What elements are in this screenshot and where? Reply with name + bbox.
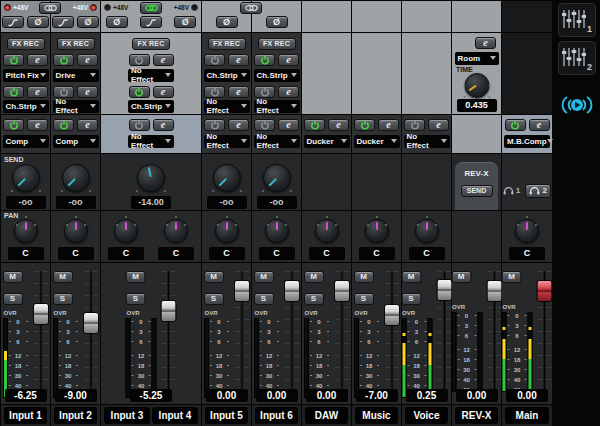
input2-fader[interactable] <box>83 269 99 391</box>
input1-phase-button[interactable]: Ø <box>27 16 49 28</box>
voice-solo-button[interactable]: S <box>401 293 421 305</box>
input1-fx-rec-button[interactable]: FX REC <box>7 38 45 50</box>
stereo-link-button-3[interactable] <box>240 2 262 14</box>
input1-fx2-power-button[interactable] <box>3 86 24 98</box>
input34-pan-right-knob[interactable] <box>164 219 188 243</box>
loopback-icon[interactable] <box>560 93 594 121</box>
input1-fx1-power-button[interactable] <box>3 54 24 66</box>
input6-fader-cap[interactable] <box>284 280 300 302</box>
daw-fader[interactable] <box>334 269 350 391</box>
input34-fx1-power-button[interactable] <box>129 54 150 66</box>
input1-fx2-edit-button[interactable]: e <box>27 86 48 98</box>
input5-fx1-power-button[interactable] <box>204 54 225 66</box>
input34-fx2-power-button[interactable] <box>129 86 150 98</box>
voice-fader-cap[interactable] <box>436 279 452 301</box>
input5-fader[interactable] <box>234 269 250 391</box>
input6-fader[interactable] <box>284 269 300 391</box>
input34-fx3-edit-button[interactable]: e <box>153 119 174 131</box>
input34-fader-cap[interactable] <box>161 300 177 322</box>
input5-pan-knob[interactable] <box>215 219 239 243</box>
input5-fader-cap[interactable] <box>234 280 250 302</box>
music-fader[interactable] <box>384 269 400 391</box>
input2-fx3-edit-button[interactable]: e <box>77 119 98 131</box>
input2-pan-knob[interactable] <box>64 219 88 243</box>
daw-mute-button[interactable]: M <box>304 271 324 283</box>
daw-fx3-power-button[interactable] <box>304 119 325 131</box>
input2-phase-button[interactable]: Ø <box>77 16 99 28</box>
input1-solo-button[interactable]: S <box>3 293 23 305</box>
daw-pan-knob[interactable] <box>315 219 339 243</box>
input2-send-knob[interactable] <box>62 164 90 192</box>
input6-fx3-edit-button[interactable]: e <box>278 119 299 131</box>
input1-fx2-effect-select[interactable]: Ch.Strip <box>3 100 49 113</box>
input5-fx-rec-button[interactable]: FX REC <box>208 38 246 50</box>
input1-fx1-effect-select[interactable]: Pitch Fix <box>3 69 49 82</box>
main-fader[interactable] <box>537 269 553 391</box>
input34-fx2-edit-button[interactable]: e <box>153 86 174 98</box>
input1-fx1-edit-button[interactable]: e <box>27 54 48 66</box>
input34-phase-button[interactable]: Ø <box>106 16 128 28</box>
music-pan-knob[interactable] <box>365 219 389 243</box>
input5-mute-button[interactable]: M <box>204 271 224 283</box>
input34-fx2-effect-select[interactable]: Ch.Strip <box>128 100 174 113</box>
revx-fx1-effect-select[interactable]: Room <box>455 52 499 65</box>
input5-fx2-power-button[interactable] <box>204 86 225 98</box>
daw-fx3-edit-button[interactable]: e <box>328 119 349 131</box>
music-fx3-effect-select[interactable]: Ducker <box>354 135 400 148</box>
input2-fx-rec-button[interactable]: FX REC <box>57 38 95 50</box>
input1-hpf-button[interactable] <box>2 16 24 28</box>
main-fx3-power-button[interactable] <box>505 119 526 131</box>
input2-hpf-button[interactable] <box>52 16 74 28</box>
input34-solo-button[interactable]: S <box>126 293 146 305</box>
music-fx3-power-button[interactable] <box>354 119 375 131</box>
mixer-2-button[interactable]: 2 <box>558 41 596 75</box>
input2-fx2-edit-button[interactable]: e <box>77 86 98 98</box>
input6-fx3-effect-select[interactable]: No Effect <box>254 135 300 148</box>
input6-pan-knob[interactable] <box>265 219 289 243</box>
input6-fx3-power-button[interactable] <box>254 119 275 131</box>
voice-fx3-power-button[interactable] <box>404 119 425 131</box>
stereo-link-button-2[interactable] <box>140 2 162 14</box>
input6-send-knob[interactable] <box>263 164 291 192</box>
music-fader-cap[interactable] <box>384 304 400 326</box>
input2-solo-button[interactable]: S <box>53 293 73 305</box>
input34-phase-button[interactable]: Ø <box>174 16 196 28</box>
input5-solo-button[interactable]: S <box>204 293 224 305</box>
input5-fx3-edit-button[interactable]: e <box>228 119 249 131</box>
input34-fader[interactable] <box>161 269 177 391</box>
input5-phase-button[interactable]: Ø <box>216 16 238 28</box>
input2-fx1-effect-select[interactable]: Drive <box>53 69 99 82</box>
input1-fader[interactable] <box>33 269 49 391</box>
input34-mute-button[interactable]: M <box>126 271 146 283</box>
input6-fx1-power-button[interactable] <box>254 54 275 66</box>
input34-fx1-edit-button[interactable]: e <box>153 54 174 66</box>
main-pan-knob[interactable] <box>515 219 539 243</box>
music-fx3-edit-button[interactable]: e <box>378 119 399 131</box>
voice-pan-knob[interactable] <box>415 219 439 243</box>
input1-fx3-edit-button[interactable]: e <box>27 119 48 131</box>
main-mute-button[interactable]: M <box>502 271 522 283</box>
input5-fx1-edit-button[interactable]: e <box>228 54 249 66</box>
music-mute-button[interactable]: M <box>354 271 374 283</box>
voice-mute-button[interactable]: M <box>401 271 421 283</box>
voice-fx3-effect-select[interactable]: No Effect <box>404 135 450 148</box>
input6-solo-button[interactable]: S <box>254 293 274 305</box>
input1-fx3-effect-select[interactable]: Comp <box>3 135 49 148</box>
input34-fx-rec-button[interactable]: FX REC <box>132 38 170 50</box>
input6-fx1-edit-button[interactable]: e <box>278 54 299 66</box>
input2-fx2-effect-select[interactable]: No Effect <box>53 100 99 113</box>
revx-fader[interactable] <box>486 269 502 391</box>
voice-fx3-edit-button[interactable]: e <box>428 119 449 131</box>
input6-mute-button[interactable]: M <box>254 271 274 283</box>
voice-fader[interactable] <box>436 269 452 391</box>
input5-fx3-effect-select[interactable]: No Effect <box>204 135 250 148</box>
input6-fx-rec-button[interactable]: FX REC <box>258 38 296 50</box>
input6-fx1-effect-select[interactable]: Ch.Strip <box>254 69 300 82</box>
main-fx3-effect-select[interactable]: M.B.Comp <box>504 135 550 148</box>
input2-fx2-power-button[interactable] <box>53 86 74 98</box>
input5-fx2-effect-select[interactable]: No Effect <box>204 100 250 113</box>
input5-send-knob[interactable] <box>213 164 241 192</box>
daw-fx3-effect-select[interactable]: Ducker <box>304 135 350 148</box>
main-fader-cap[interactable] <box>537 280 553 302</box>
input6-fx2-effect-select[interactable]: No Effect <box>254 100 300 113</box>
